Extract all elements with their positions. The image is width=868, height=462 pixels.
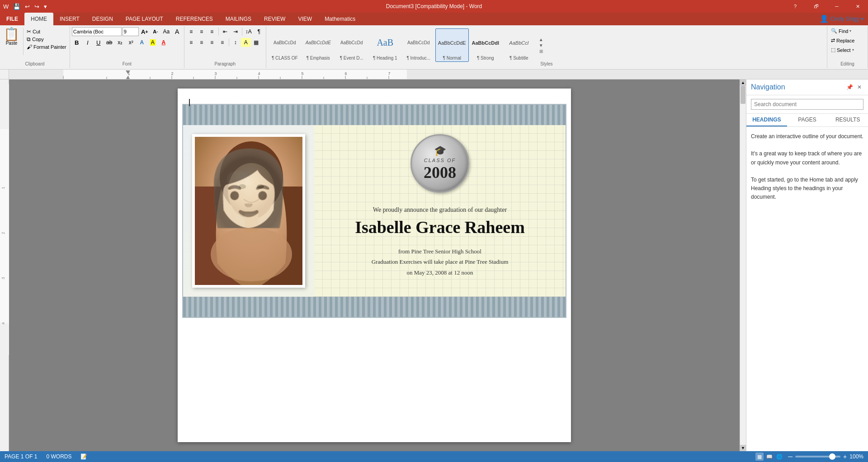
graduation-card: 🎓 CLASS OF 2008 We proudly announce the … <box>182 104 566 318</box>
status-bar: PAGE 1 OF 1 0 WORDS 📝 ▦ 📖 🌐 ─ + 100% <box>0 451 868 462</box>
tab-home[interactable]: HOME <box>24 13 53 25</box>
decrease-indent-button[interactable]: ⇤ <box>220 27 230 36</box>
italic-button[interactable]: I <box>83 38 93 47</box>
borders-button[interactable]: ▦ <box>251 38 261 47</box>
text-highlight-button[interactable]: A <box>148 38 158 47</box>
superscript-button[interactable]: x² <box>126 38 136 47</box>
shading-button[interactable]: A <box>241 38 251 47</box>
strikethrough-button[interactable]: ab <box>104 38 114 47</box>
select-dropdown-arrow[interactable]: ▾ <box>852 48 854 52</box>
user-dropdown-arrow[interactable]: ▾ <box>861 16 863 22</box>
grad-photo-frame <box>192 134 305 288</box>
font-size-input[interactable] <box>123 27 139 36</box>
paste-button[interactable]: 📋 Paste <box>2 27 21 47</box>
customize-icon[interactable]: ▾ <box>42 2 48 11</box>
style-strong[interactable]: AaBbCcDdl ¶ Strong <box>469 28 502 62</box>
style-emphasis[interactable]: AaBbCcDdE ¶ Emphasis <box>302 28 335 62</box>
style-normal[interactable]: AaBbCcDdE ¶ Normal <box>435 28 469 62</box>
font-size-down-button[interactable]: A- <box>151 27 160 36</box>
tab-references[interactable]: REFERENCES <box>170 13 219 25</box>
scroll-up-button[interactable]: ▲ <box>740 79 746 86</box>
style-subtitle[interactable]: AaBbCcl ¶ Subtitle <box>502 28 536 62</box>
style-heading1[interactable]: AaB ¶ Heading 1 <box>368 28 402 62</box>
tab-view[interactable]: VIEW <box>292 13 318 25</box>
justify-button[interactable]: ≡ <box>217 38 227 47</box>
change-case-button[interactable]: Aa <box>161 27 171 36</box>
view-controls: ▦ 📖 🌐 <box>755 453 783 461</box>
document-area[interactable]: 🎓 CLASS OF 2008 We proudly announce the … <box>9 79 740 451</box>
tab-review[interactable]: REVIEW <box>258 13 292 25</box>
find-button[interactable]: 🔍 Find ▾ <box>829 27 853 35</box>
style-class-of[interactable]: AaBbCcDd ¶ CLASS OF <box>268 28 302 62</box>
line-spacing-button[interactable]: ↕ <box>231 38 241 47</box>
vertical-scrollbar[interactable]: ▲ ▼ <box>740 79 746 451</box>
save-icon[interactable]: 💾 <box>12 2 22 11</box>
tab-insert[interactable]: INSERT <box>53 13 86 25</box>
find-icon: 🔍 <box>831 28 837 34</box>
tab-file[interactable]: FILE <box>0 13 24 25</box>
font-name-input[interactable] <box>72 27 122 36</box>
close-button[interactable]: ✕ <box>847 0 868 13</box>
paste-label: Paste <box>6 41 18 46</box>
text-effects-button[interactable]: A <box>137 38 147 47</box>
nav-tab-pages[interactable]: PAGES <box>787 114 828 126</box>
left-ruler-svg: 1 2 3 4 <box>0 84 9 355</box>
align-right-button[interactable]: ≡ <box>207 38 217 47</box>
print-layout-button[interactable]: ▦ <box>755 453 764 461</box>
window-controls: ? 🗗 ─ ✕ <box>785 0 868 13</box>
zoom-thumb[interactable] <box>829 453 835 460</box>
bold-button[interactable]: B <box>72 38 82 47</box>
undo-icon[interactable]: ↩ <box>24 2 31 11</box>
style-intro[interactable]: AaBbCcDd ¶ Introduc... <box>402 28 435 62</box>
styles-expand-icon[interactable]: ⊞ <box>539 49 543 54</box>
style-heading1-preview: AaB <box>370 30 401 56</box>
sort-button[interactable]: ↕A <box>244 27 254 36</box>
tab-mathematics[interactable]: Mathematics <box>318 13 362 25</box>
redo-icon[interactable]: ↪ <box>33 2 41 11</box>
bullets-button[interactable]: ≡ <box>186 27 196 36</box>
nav-panel-close-button[interactable]: ✕ <box>855 83 863 91</box>
font-color-button[interactable]: A <box>159 38 169 47</box>
read-mode-button[interactable]: 📖 <box>765 453 774 461</box>
align-left-button[interactable]: ≡ <box>186 38 196 47</box>
underline-button[interactable]: U <box>94 38 104 47</box>
zoom-slider[interactable] <box>795 456 840 457</box>
zoom-out-button[interactable]: ─ <box>788 453 793 460</box>
format-painter-button[interactable]: 🖌 Format Painter <box>25 43 68 51</box>
styles-scroll-buttons[interactable]: ▲ ▼ ⊞ <box>538 37 545 54</box>
tab-page-layout[interactable]: PAGE LAYOUT <box>119 13 170 25</box>
find-dropdown-arrow[interactable]: ▾ <box>849 29 851 33</box>
multilevel-list-button[interactable]: ≡ <box>207 27 217 36</box>
align-center-button[interactable]: ≡ <box>197 38 207 47</box>
subscript-button[interactable]: x₂ <box>115 38 125 47</box>
show-formatting-button[interactable]: ¶ <box>254 27 264 36</box>
style-event[interactable]: AaBbCcDd ¶ Event D... <box>335 28 368 62</box>
title-left-icons: W 💾 ↩ ↪ ▾ <box>0 0 48 13</box>
nav-tab-headings[interactable]: HEADINGS <box>746 114 787 126</box>
cut-button[interactable]: ✂ Cut <box>25 28 68 35</box>
scroll-thumb[interactable] <box>741 86 745 104</box>
grad-ceremony: Graduation Exercises will take place at … <box>372 257 509 267</box>
scroll-down-button[interactable]: ▼ <box>740 445 746 451</box>
style-intro-label: ¶ Introduc... <box>406 56 430 61</box>
user-name[interactable]: Cindy Grigg <box>830 16 859 22</box>
styles-scroll-up-icon[interactable]: ▲ <box>539 37 543 42</box>
help-button[interactable]: ? <box>785 0 806 13</box>
restore-button[interactable]: 🗗 <box>806 0 826 13</box>
nav-panel-pin-button[interactable]: 📌 <box>845 83 854 91</box>
clear-formatting-button[interactable]: A <box>172 27 182 36</box>
font-size-up-button[interactable]: A+ <box>140 27 150 36</box>
select-button[interactable]: ⬚ Select ▾ <box>829 46 856 54</box>
zoom-in-button[interactable]: + <box>843 453 847 460</box>
minimize-button[interactable]: ─ <box>826 0 847 13</box>
increase-indent-button[interactable]: ⇥ <box>231 27 241 36</box>
search-document-input[interactable] <box>751 99 863 110</box>
styles-scroll-down-icon[interactable]: ▼ <box>539 43 543 48</box>
nav-tab-results[interactable]: RESULTS <box>827 114 868 126</box>
replace-button[interactable]: ⇄ Replace <box>829 37 856 44</box>
tab-design[interactable]: DESIGN <box>86 13 119 25</box>
tab-mailings[interactable]: MAILINGS <box>219 13 258 25</box>
copy-button[interactable]: ⧉ Copy <box>25 36 68 43</box>
numbered-list-button[interactable]: ≡ <box>197 27 207 36</box>
web-layout-button[interactable]: 🌐 <box>775 453 783 461</box>
